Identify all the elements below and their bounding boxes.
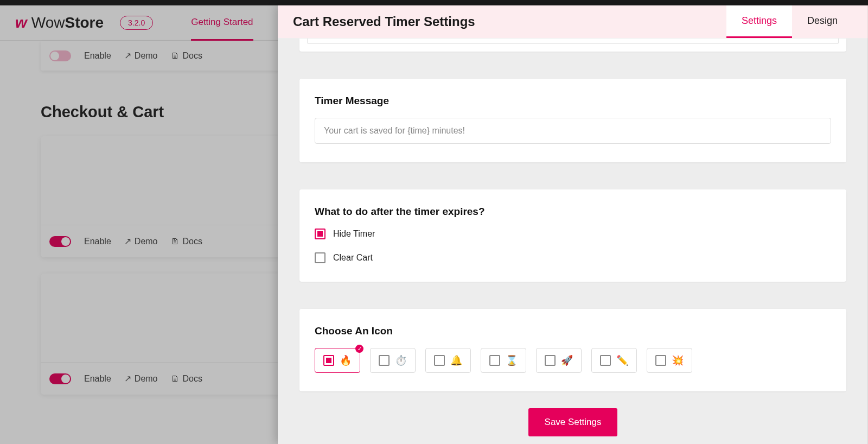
- heading-choose-icon: Choose An Icon: [315, 325, 831, 337]
- card-timer-message: Timer Message: [299, 79, 846, 162]
- panel-header: Cart Reserved Timer Settings Settings De…: [278, 5, 868, 39]
- heading-timer-message: Timer Message: [315, 95, 831, 107]
- previous-card-bottom: [299, 39, 846, 52]
- icon-option-pencil[interactable]: ✏️: [591, 348, 637, 373]
- save-settings-button[interactable]: Save Settings: [528, 408, 618, 436]
- panel-body: Timer Message What to do after the timer…: [278, 39, 868, 444]
- tab-settings[interactable]: Settings: [726, 5, 792, 38]
- collision-icon: 💥: [672, 354, 684, 366]
- checkbox-clear-cart[interactable]: [315, 252, 326, 263]
- heading-expire-action: What to do after the timer expires?: [315, 206, 831, 218]
- card-choose-icon: Choose An Icon 🔥 ✓ ⏱️ 🔔 ⌛: [299, 309, 846, 391]
- option-label: Clear Cart: [333, 253, 373, 263]
- icon-option-checkbox[interactable]: [655, 355, 666, 366]
- hourglass-icon: ⌛: [506, 354, 518, 366]
- rocket-icon: 🚀: [561, 354, 573, 366]
- icon-option-checkbox[interactable]: [379, 355, 390, 366]
- icon-option-collision[interactable]: 💥: [647, 348, 692, 373]
- bell-icon: 🔔: [450, 354, 462, 366]
- icon-option-fire[interactable]: 🔥 ✓: [315, 348, 360, 373]
- icon-option-rocket[interactable]: 🚀: [536, 348, 582, 373]
- checkbox-hide-timer[interactable]: [315, 229, 326, 239]
- panel-footer: Save Settings: [278, 395, 868, 444]
- icon-option-hourglass[interactable]: ⌛: [481, 348, 526, 373]
- stopwatch-icon: ⏱️: [395, 354, 407, 366]
- icon-option-checkbox[interactable]: [600, 355, 611, 366]
- icon-option-bell[interactable]: 🔔: [425, 348, 471, 373]
- icon-option-checkbox[interactable]: [489, 355, 500, 366]
- card-expire-action: What to do after the timer expires? Hide…: [299, 189, 846, 282]
- icon-option-stopwatch[interactable]: ⏱️: [370, 348, 416, 373]
- icon-option-checkbox[interactable]: [434, 355, 445, 366]
- panel-title: Cart Reserved Timer Settings: [293, 14, 726, 29]
- settings-panel: Cart Reserved Timer Settings Settings De…: [278, 5, 868, 444]
- timer-message-input[interactable]: [315, 118, 831, 144]
- fire-icon: 🔥: [340, 354, 352, 366]
- option-clear-cart[interactable]: Clear Cart: [315, 252, 831, 263]
- icon-option-checkbox[interactable]: [545, 355, 556, 366]
- option-hide-timer[interactable]: Hide Timer: [315, 229, 831, 239]
- icon-option-checkbox[interactable]: [323, 355, 334, 366]
- selected-badge-icon: ✓: [355, 345, 363, 353]
- pencil-icon: ✏️: [616, 354, 628, 366]
- tab-design[interactable]: Design: [792, 5, 853, 38]
- option-label: Hide Timer: [333, 229, 375, 239]
